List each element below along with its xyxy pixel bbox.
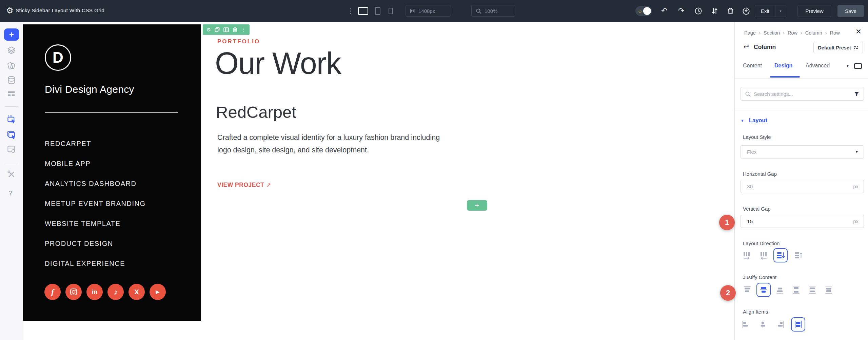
- view-project-link[interactable]: VIEW PROJECT ↗: [217, 182, 271, 189]
- theme-builder-icon[interactable]: [7, 145, 16, 154]
- design-presets-icon[interactable]: [7, 61, 16, 70]
- history-clock-icon[interactable]: [694, 7, 702, 15]
- zoom-level-field[interactable]: 100%: [471, 5, 515, 17]
- instagram-icon[interactable]: [65, 284, 82, 300]
- trash-icon[interactable]: [727, 7, 734, 15]
- row-drag-kebab-icon[interactable]: ⋮: [241, 27, 246, 32]
- justify-space-evenly-option[interactable]: [822, 283, 836, 297]
- tiktok-icon[interactable]: ♪: [107, 284, 124, 300]
- nav-item-product-design[interactable]: PRODUCT DESIGN: [45, 240, 145, 248]
- nav-item-website-template[interactable]: WEBSITE TEMPLATE: [45, 220, 145, 228]
- justify-space-between-icon: [792, 285, 801, 294]
- align-stretch-option[interactable]: [791, 317, 805, 332]
- nav-item-mobile-app[interactable]: MOBILE APP: [45, 160, 145, 168]
- social-links: f in ♪ X ▶: [44, 284, 166, 300]
- row-hover-toolbar: ⚙ ⋮: [203, 24, 250, 35]
- preview-button[interactable]: Preview: [797, 5, 831, 17]
- search-settings-input[interactable]: [754, 91, 851, 97]
- direction-column-reverse-option[interactable]: [791, 248, 805, 262]
- page-settings-gear-icon[interactable]: ⚙: [6, 6, 14, 15]
- select-section-tool-icon[interactable]: [7, 130, 16, 140]
- panel-divider: [735, 109, 868, 109]
- row-settings-gear-icon[interactable]: ⚙: [206, 27, 211, 32]
- phone-view-icon[interactable]: [389, 8, 393, 14]
- save-button[interactable]: Save: [837, 5, 864, 17]
- direction-row-option[interactable]: [739, 248, 754, 262]
- filter-funnel-icon[interactable]: [854, 91, 860, 97]
- direction-column-icon: [776, 251, 785, 260]
- portability-icon[interactable]: [742, 7, 750, 15]
- breadcrumb-section[interactable]: Section: [764, 30, 780, 36]
- facebook-icon[interactable]: f: [44, 284, 61, 300]
- width-arrows-icon: [410, 8, 415, 14]
- tabs-caret-down-icon[interactable]: ▼: [846, 64, 849, 68]
- breadcrumb: Page › Section › Row › Column › Row: [744, 30, 840, 36]
- help-icon[interactable]: ?: [8, 189, 13, 197]
- tab-content[interactable]: Content: [743, 63, 762, 69]
- interface-mode-toggle[interactable]: ☼: [635, 6, 652, 16]
- project-description: Crafted a complete visual identity for a…: [217, 131, 448, 156]
- nav-item-meetup-event-branding[interactable]: MEETUP EVENT BRANDING: [45, 200, 145, 208]
- youtube-icon[interactable]: ▶: [150, 284, 166, 300]
- database-icon[interactable]: [7, 76, 16, 85]
- justify-space-between-option[interactable]: [789, 283, 803, 297]
- redo-icon[interactable]: ↷: [678, 6, 684, 16]
- align-flex-end-option[interactable]: [773, 317, 788, 332]
- nav-item-digital-experience[interactable]: DIGITAL EXPERIENCE: [45, 260, 145, 268]
- layers-order-sort-icon[interactable]: [711, 7, 718, 15]
- view-options-kebab-icon[interactable]: ⋮: [347, 7, 354, 15]
- breadcrumb-column[interactable]: Column: [805, 30, 822, 36]
- builder-top-bar: ⚙ Sticky Sidebar Layout With CSS Grid ⋮ …: [0, 0, 868, 22]
- direction-row-icon: [742, 251, 751, 260]
- horizontal-gap-input[interactable]: [741, 180, 864, 193]
- responsive-desktop-icon[interactable]: [854, 63, 862, 69]
- direction-column-option[interactable]: [773, 248, 788, 262]
- justify-space-around-option[interactable]: [805, 283, 820, 297]
- direction-row-reverse-option[interactable]: [756, 248, 771, 262]
- site-brand-name: Divi Design Agency: [45, 84, 134, 95]
- row-columns-icon[interactable]: [223, 27, 229, 32]
- toggle-knob: [643, 7, 651, 15]
- justify-flex-end-option[interactable]: [773, 283, 787, 297]
- justify-center-option[interactable]: [756, 283, 771, 297]
- justify-flex-end-icon: [775, 285, 784, 294]
- linkedin-icon[interactable]: in: [86, 284, 103, 300]
- undo-icon[interactable]: ↶: [661, 6, 667, 16]
- align-flex-start-option[interactable]: [738, 317, 752, 332]
- fields-list-icon[interactable]: [7, 89, 16, 98]
- nav-item-analytics-dashboard[interactable]: ANALYTICS DASHBOARD: [45, 180, 145, 188]
- exit-dropdown-caret-icon[interactable]: ▾: [775, 9, 786, 13]
- align-flex-end-icon: [776, 320, 785, 329]
- breadcrumb-inner-row[interactable]: Row: [830, 30, 840, 36]
- exit-button[interactable]: Exit ▾: [755, 5, 786, 17]
- tab-advanced[interactable]: Advanced: [806, 63, 830, 69]
- vertical-gap-input[interactable]: [741, 215, 864, 228]
- x-twitter-icon[interactable]: X: [129, 284, 145, 300]
- justify-content-options: [740, 283, 836, 297]
- close-panel-icon[interactable]: ×: [856, 26, 861, 37]
- tablet-view-icon[interactable]: [375, 7, 380, 15]
- row-trash-icon[interactable]: [233, 27, 237, 32]
- tab-design[interactable]: Design: [774, 63, 792, 69]
- layers-icon[interactable]: [7, 46, 16, 55]
- layout-section-header[interactable]: ▼ Layout: [741, 117, 767, 124]
- select-row-tool-icon[interactable]: [7, 114, 16, 124]
- back-arrow-icon[interactable]: ↩: [744, 43, 749, 50]
- site-logo[interactable]: D: [45, 44, 71, 71]
- tools-wrench-icon[interactable]: [7, 170, 16, 179]
- zoom-magnifier-icon: [476, 8, 481, 14]
- justify-flex-start-option[interactable]: [740, 283, 754, 297]
- site-nav-menu: REDCARPET MOBILE APP ANALYTICS DASHBOARD…: [45, 140, 145, 280]
- rail-divider: [5, 163, 18, 163]
- default-preset-button[interactable]: Default Preset: [813, 42, 863, 53]
- desktop-view-icon[interactable]: [358, 7, 368, 15]
- breadcrumb-page[interactable]: Page: [744, 30, 756, 36]
- layout-style-select[interactable]: Flex ▼: [741, 145, 864, 158]
- row-duplicate-icon[interactable]: [215, 27, 220, 32]
- viewport-width-field[interactable]: 1408px: [406, 5, 451, 17]
- add-module-button[interactable]: +: [467, 200, 487, 211]
- breadcrumb-row[interactable]: Row: [788, 30, 797, 36]
- add-element-button[interactable]: +: [4, 28, 19, 41]
- nav-item-redcarpet[interactable]: REDCARPET: [45, 140, 145, 148]
- align-center-option[interactable]: [756, 317, 770, 332]
